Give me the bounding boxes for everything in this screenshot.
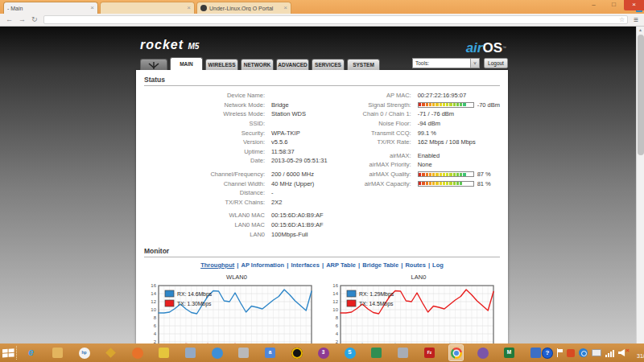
maximize-button[interactable]: □ [604,0,624,10]
close-button[interactable]: × [624,0,644,10]
monitor-link-arp-table[interactable]: ARP Table [326,261,356,269]
status-label: Chain 0 / Chain 1: [341,110,411,117]
status-row: SSID: [144,119,341,129]
start-button[interactable] [2,343,14,362]
scrollbar-thumb[interactable] [638,35,644,155]
green-monitor-app-icon[interactable] [369,345,383,360]
file-explorer-icon[interactable] [51,345,64,360]
monitor-link-ap-information[interactable]: AP Information [242,261,285,269]
chrome-icon[interactable] [449,345,463,360]
keyboard-language-icon[interactable] [592,349,601,356]
status-section: Device Name:Network Mode:BridgeWireless … [136,86,508,241]
page-background: ▲ rocket M5 airOS™ M [0,27,644,343]
hp-icon[interactable]: hp [77,345,91,360]
nav-tab-system[interactable]: SYSTEM [347,59,380,70]
camera-app-icon-glyph [291,348,303,359]
google-earth-icon-glyph [212,348,223,359]
browser-menu-icon[interactable]: ≡ [634,16,638,24]
honeycomb-app-icon[interactable] [157,345,171,360]
taskbar-clock[interactable]: 22:44 31/10/2013 [637,346,644,360]
browser-tab[interactable]: - Main× [3,2,98,14]
monitor-link-interfaces[interactable]: Interfaces [291,261,319,269]
svg-text:8: 8 [154,315,157,320]
page-scrollbar[interactable]: ▲ [636,27,644,343]
search-app-icon[interactable] [237,345,250,360]
rocket-m5-logo: rocket M5 [140,39,199,53]
status-value: WPA-TKIP [271,130,300,137]
card-reader-app-icon[interactable] [184,345,197,360]
bank-app-icon[interactable]: M [502,345,516,360]
key-tool-icon[interactable] [104,345,118,360]
chrome-ball-glyph [451,348,462,359]
logout-button[interactable]: Logout [484,58,508,68]
browser-tab[interactable]: Under-Linux.Org O Portal× [196,2,291,14]
monitor-link-routes[interactable]: Routes [405,261,425,269]
nav-tab-services[interactable]: SERVICES [312,59,345,70]
tray-power-app-icon[interactable] [579,348,588,357]
media-player-app-icon-glyph [477,348,489,359]
window-controls: – □ × [584,0,644,10]
logo-model-text: M5 [188,42,199,51]
media-3-app-icon[interactable]: 3 [316,345,330,360]
svg-text:TX: 1.30Mbps: TX: 1.30Mbps [177,301,212,307]
google-earth-icon[interactable] [210,345,224,360]
status-label: TX/RX Chains: [144,199,265,206]
network-signal-icon[interactable] [605,349,614,357]
bookmark-star-icon[interactable]: ☆ [619,17,625,23]
status-label: Wireless Mode: [144,110,265,117]
svg-text:TX: 14.5Mbps: TX: 14.5Mbps [359,301,394,307]
projector-app-icon-glyph [398,348,408,358]
volume-muted-icon[interactable]: × [618,349,628,356]
status-row: Transmit CCQ:99.1 % [341,128,500,138]
tray-red-app-icon[interactable] [567,349,575,357]
projector-app-icon[interactable] [396,345,410,360]
tabs-holder: - Main××Under-Linux.Org O Portal× [3,0,293,14]
tab-close-icon[interactable]: × [283,5,287,11]
nav-tab-main[interactable]: MAIN [170,57,203,70]
action-center-flag-icon[interactable] [556,348,563,357]
nav-tab-home[interactable] [140,59,167,70]
back-icon[interactable]: ← [6,16,13,23]
firefox-icon[interactable] [130,345,144,360]
monitor-link-bridge-table[interactable]: Bridge Table [362,261,398,269]
logo-tm: ™ [502,45,506,50]
browser-tab[interactable]: × [100,2,195,14]
camera-app-icon[interactable] [290,345,303,360]
windows-taskbar: ehpa3SFzM ? × 22:44 31/10/2013 [0,343,644,362]
monitor-heading: Monitor [136,241,508,257]
nav-tab-network[interactable]: NETWORK [241,59,274,70]
svg-text:16: 16 [332,283,338,288]
filezilla-icon[interactable]: Fz [423,345,436,360]
help-icon[interactable]: ? [543,348,552,358]
monitor-link-log[interactable]: Log [432,261,444,269]
nav-tab-wireless[interactable]: WIRELESS [205,59,238,70]
chart-title: WLAN0 [146,271,316,283]
tab-title: Under-Linux.Org O Portal [209,6,281,11]
tools-dropdown[interactable]: Tools: v [412,58,480,68]
taskbar-separator [16,346,17,360]
monitor-link-throughput[interactable]: Throughput [200,261,234,269]
internet-explorer-icon[interactable]: e [24,345,38,360]
mute-x-glyph: × [625,348,630,354]
status-value: 99.1 % [418,130,436,137]
address-bar[interactable]: ☆ [43,15,629,24]
media-player-app-icon[interactable] [476,345,489,360]
forward-icon[interactable]: → [19,16,26,23]
status-label: LAN0 MAC [144,221,265,228]
photo-viewer-app-icon[interactable] [529,345,543,360]
media-3-app-icon-glyph: 3 [318,348,329,359]
remote-app-icon[interactable]: a [263,345,277,360]
status-row: Security:WPA-TKIP [144,128,341,138]
nav-tab-advanced[interactable]: ADVANCED [276,59,309,70]
minimize-button[interactable]: – [584,0,604,10]
tab-close-icon[interactable]: × [187,5,191,11]
level-meter [418,171,474,177]
skype-icon[interactable]: S [343,345,357,360]
status-value: - [271,189,274,196]
tab-close-icon[interactable]: × [90,5,94,11]
status-label: TX/RX Rate: [341,138,411,146]
status-row: airMAX Quality:87 % [341,170,500,179]
reload-icon[interactable]: ↻ [31,16,38,23]
scroll-up-icon[interactable]: ▲ [638,27,642,33]
speaker-glyph [618,349,625,356]
